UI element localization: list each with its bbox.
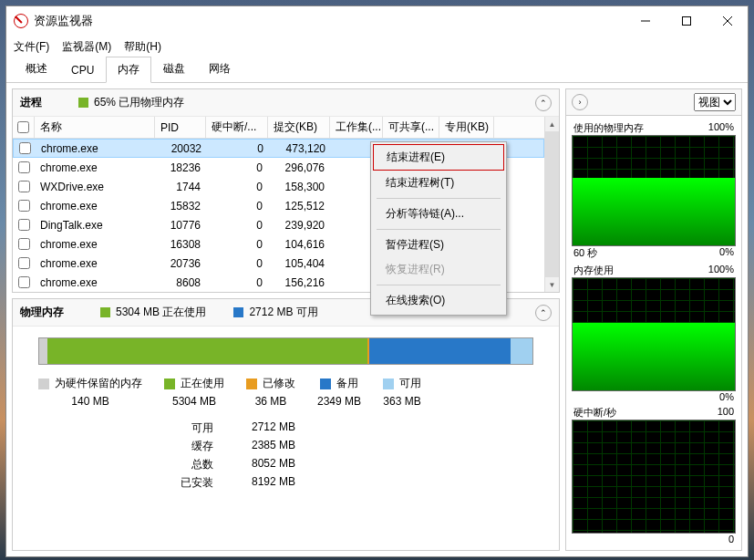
using-text: 5304 MB 正在使用 [116,305,206,320]
col-commit[interactable]: 提交(KB) [268,117,330,138]
graph-box: 内存使用100% 0% [572,264,736,402]
cell-pid: 16308 [155,238,206,251]
separator [377,198,501,199]
cell-pid: 20736 [155,257,206,270]
ctx-resume[interactable]: 恢复进程(R) [373,257,504,282]
cell-commit: 156,216 [268,276,330,289]
legend-label: 为硬件保留的内存 [55,376,142,391]
expand-right-button[interactable]: › [572,94,588,110]
right-header: › 视图 [565,88,742,116]
ctx-suspend[interactable]: 暂停进程(S) [373,233,504,257]
graph-title: 硬中断/秒 [573,406,616,420]
summary-key: 缓存 [177,439,213,457]
legend-label: 可用 [399,376,421,391]
tab-disk[interactable]: 磁盘 [151,56,197,82]
tab-overview[interactable]: 概述 [14,56,59,82]
menu-monitor[interactable]: 监视器(M) [62,39,111,55]
row-checkbox[interactable] [18,161,30,173]
mem-usage-indicator [78,98,88,108]
menu-file[interactable]: 文件(F) [14,39,49,55]
summary-key: 可用 [177,420,213,439]
cell-hard: 0 [206,257,268,270]
tab-cpu[interactable]: CPU [59,58,106,82]
minimize-button[interactable] [625,7,666,35]
row-checkbox[interactable] [19,142,31,154]
cell-hard: 0 [206,200,268,213]
maximize-button[interactable] [666,7,707,35]
svg-rect-1 [682,17,690,26]
legend-item: 正在使用5304 MB [164,376,224,408]
swatch [383,379,394,389]
avail-text: 2712 MB 可用 [249,305,317,320]
cell-pid: 20032 [156,142,207,155]
cell-name: chrome.exe [36,142,156,155]
swatch [164,379,175,389]
cell-commit: 125,512 [268,200,330,213]
header-checkbox[interactable] [13,117,35,138]
legend-item: 为硬件保留的内存140 MB [38,376,142,408]
graph-canvas [572,420,736,534]
scroll-track[interactable] [545,131,559,277]
separator [377,229,501,230]
close-button[interactable] [707,7,748,35]
window-buttons [625,7,748,35]
cell-name: chrome.exe [35,200,155,213]
ctx-search-online[interactable]: 在线搜索(O) [373,288,504,313]
memory-summary: 可用2712 MB缓存2385 MB总数8052 MB已安装8192 MB [13,413,559,501]
legend-value: 36 MB [255,395,287,408]
row-checkbox[interactable] [18,181,30,192]
swatch [246,379,257,389]
processes-header: 进程 65% 已用物理内存 ⌃ [13,89,559,117]
cell-commit: 105,404 [268,257,330,270]
row-checkbox[interactable] [18,219,30,231]
separator [377,285,501,285]
processes-title: 进程 [20,95,42,110]
row-checkbox[interactable] [18,238,30,250]
col-shareable[interactable]: 可共享(... [383,117,439,138]
mem-usage-text: 65% 已用物理内存 [94,95,184,110]
legend-value: 5304 MB [172,395,216,408]
membar-segment [369,338,511,364]
col-hardfaults[interactable]: 硬中断/... [206,117,268,138]
summary-value: 2385 MB [232,439,295,457]
ctx-analyze-wait[interactable]: 分析等待链(A)... [373,202,504,226]
cell-name: DingTalk.exe [35,219,155,232]
graph-title: 使用的物理内存 [573,121,644,135]
col-name[interactable]: 名称 [35,117,155,138]
view-select[interactable]: 视图 [694,93,736,111]
tabbar: 概述 CPU 内存 磁盘 网络 [6,57,748,83]
summary-value: 2712 MB [232,420,295,439]
physical-memory-panel: 物理内存 5304 MB 正在使用 2712 MB 可用 ⌃ 为硬件保留的内存1… [12,298,560,551]
row-checkbox[interactable] [18,257,30,269]
tab-network[interactable]: 网络 [197,56,243,82]
menu-help[interactable]: 帮助(H) [124,39,161,55]
memory-legend: 为硬件保留的内存140 MB正在使用5304 MB已修改36 MB备用2349 … [13,376,559,413]
scroll-down-button[interactable]: ▼ [545,277,559,292]
membar-segment [47,338,367,364]
graph-title: 内存使用 [573,264,614,277]
row-checkbox[interactable] [18,276,30,288]
col-workingset[interactable]: 工作集(... [330,117,383,138]
cell-pid: 10776 [155,219,206,232]
vertical-scrollbar[interactable]: ▲ ▼ [544,117,559,292]
col-pid[interactable]: PID [155,117,206,138]
menubar: 文件(F) 监视器(M) 帮助(H) [6,36,748,57]
cell-pid: 8608 [155,276,206,289]
collapse-button[interactable]: ⌃ [535,95,552,111]
graph-foot-right: 0% [719,246,734,260]
cell-hard: 0 [206,219,268,232]
legend-item: 已修改36 MB [246,376,295,408]
col-private[interactable]: 专用(KB) [439,117,494,138]
swatch [320,379,331,389]
summary-value: 8192 MB [232,475,295,493]
legend-value: 2349 MB [317,395,361,408]
row-checkbox[interactable] [18,200,30,212]
ctx-end-tree[interactable]: 结束进程树(T) [373,171,504,195]
scroll-up-button[interactable]: ▲ [545,117,559,131]
legend-item: 备用2349 MB [317,376,361,408]
cell-commit: 473,120 [269,142,331,155]
collapse-button[interactable]: ⌃ [535,305,552,321]
tab-memory[interactable]: 内存 [106,57,151,83]
cell-pid: 18236 [155,161,206,174]
ctx-end-process[interactable]: 结束进程(E) [373,144,504,171]
